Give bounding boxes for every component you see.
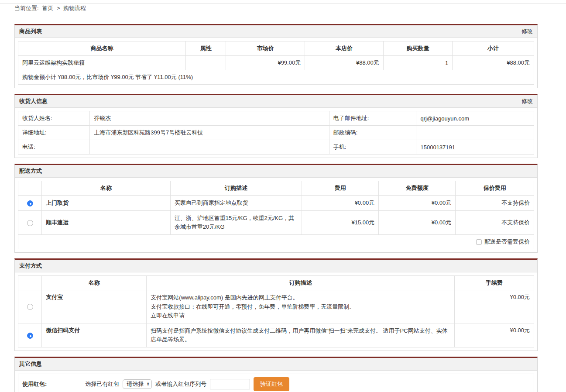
payment-option-name: 支付宝 [42, 290, 147, 323]
col-shipping-desc: 订购描述 [170, 181, 302, 196]
shipping-method-header: 配送方式 [15, 165, 537, 178]
payment-option-fee: ¥0.00元 [454, 290, 534, 323]
shipping-option-radio[interactable] [27, 220, 33, 226]
payment-apply-online-link[interactable]: 立即在线申请 [151, 311, 450, 320]
payment-option-desc: 支付宝网站(www.alipay.com) 是国内先进的网上支付平台。 支付宝收… [147, 290, 455, 323]
select-arrows-icon: ▲▼ [147, 382, 149, 386]
checkout-page: 商品列表 修改 商品名称 属性 市场价 本店价 购买数量 小计 [14, 24, 538, 392]
product-list-modify-link[interactable]: 修改 [521, 28, 533, 35]
payment-method-title: 支付方式 [19, 262, 42, 270]
payment-option-name: 微信扫码支付 [42, 323, 147, 347]
product-market-price: ¥99.00元 [226, 56, 305, 70]
page-top-divider [0, 3, 566, 4]
section-payment-method: 支付方式 名称 订购描述 手续费 支付宝 [14, 258, 538, 351]
breadcrumb: 当前位置: 首页 > 购物流程 [14, 4, 88, 12]
verify-red-packet-button[interactable]: 验证红包 [254, 377, 289, 391]
col-payment-desc: 订购描述 [147, 276, 455, 290]
product-subtotal: ¥88.00元 [453, 56, 534, 70]
shipping-option-desc: 江、浙、沪地区首重15元/KG，续重2元/KG，其余城市首重20元/KG [170, 211, 302, 235]
recipient-row: 收货人姓名: 乔锐杰 电子邮件地址: qrj@jiagouyun.com [18, 111, 534, 126]
recipient-zipcode-label: 邮政编码: [329, 126, 416, 140]
payment-option-radio[interactable] [27, 304, 33, 310]
shipping-option-insurance: 不支持保价 [456, 211, 534, 235]
shipping-insurance-row: 配送是否需要保价 [18, 235, 534, 249]
payment-option-desc: 扫码支付是指商户系统按微信支付协议生成支付二维码，用户再用微信“扫一扫”来完成支… [147, 323, 455, 347]
recipient-info-title: 收货人信息 [19, 97, 48, 105]
section-shipping-method: 配送方式 名称 订购描述 费用 免费额度 保价费用 [14, 164, 538, 253]
product-name: 阿里云运维架构实践秘籍 [18, 56, 186, 70]
recipient-table: 收货人姓名: 乔锐杰 电子邮件地址: qrj@jiagouyun.com 详细地… [18, 111, 534, 155]
recipient-email-label: 电子邮件地址: [329, 111, 416, 126]
red-packet-select[interactable]: 请选择 ▲▼ [123, 379, 152, 389]
payment-option-row: 支付宝 支付宝网站(www.alipay.com) 是国内先进的网上支付平台。 … [18, 290, 534, 323]
shipping-option-free-quota: ¥0.00元 [379, 211, 456, 235]
shipping-method-title: 配送方式 [19, 167, 42, 175]
section-product-list: 商品列表 修改 商品名称 属性 市场价 本店价 购买数量 小计 [14, 24, 538, 88]
shipping-option-insurance: 不支持保价 [456, 196, 534, 211]
recipient-phone-value [90, 140, 329, 155]
recipient-name-value: 乔锐杰 [90, 111, 329, 126]
shipping-option-name: 顺丰速运 [42, 211, 170, 235]
red-packet-label: 使用红包: [18, 374, 81, 392]
shipping-insurance-label: 配送是否需要保价 [484, 238, 530, 246]
other-info-title: 其它信息 [19, 360, 42, 368]
shipping-table: 名称 订购描述 费用 免费额度 保价费用 上门取货 买家自己到商家指定地点取货 … [18, 181, 534, 249]
recipient-phone-label: 电话: [18, 140, 90, 155]
col-market-price: 市场价 [226, 41, 305, 56]
shipping-option-free-quota: ¥0.00元 [379, 196, 456, 211]
col-payment-radio [18, 276, 42, 290]
other-info-table: 使用红包: 选择已有红包 请选择 ▲▼ 或者输入红包序列号 验证红包 [18, 374, 534, 392]
payment-desc-line: 支付宝网站(www.alipay.com) 是国内先进的网上支付平台。 [151, 293, 450, 302]
recipient-info-header: 收货人信息 修改 [15, 95, 537, 108]
payment-table-header-row: 名称 订购描述 手续费 [18, 276, 534, 290]
section-recipient-info: 收货人信息 修改 收货人姓名: 乔锐杰 电子邮件地址: qrj@jiagouyu… [14, 94, 538, 158]
product-shop-price: ¥88.00元 [305, 56, 384, 70]
shipping-option-fee: ¥0.00元 [302, 196, 379, 211]
breadcrumb-home-link[interactable]: 首页 [42, 5, 53, 11]
product-table: 商品名称 属性 市场价 本店价 购买数量 小计 阿里云运维架构实践秘籍 ¥99.… [18, 41, 534, 85]
shipping-option-desc: 买家自己到商家指定地点取货 [170, 196, 302, 211]
col-attribute: 属性 [186, 41, 226, 56]
shipping-option-name: 上门取货 [42, 196, 170, 211]
shipping-option-radio[interactable] [27, 200, 33, 206]
section-other-info: 其它信息 使用红包: 选择已有红包 请选择 ▲▼ [14, 357, 538, 392]
payment-table: 名称 订购描述 手续费 支付宝 支付宝网站(www.alipay.com) 是国… [18, 275, 534, 347]
recipient-name-label: 收货人姓名: [18, 111, 90, 126]
col-shipping-insurance: 保价费用 [456, 181, 534, 196]
col-product-name: 商品名称 [18, 41, 186, 56]
col-quantity: 购买数量 [383, 41, 452, 56]
page-left-divider [8, 3, 8, 389]
product-summary-text: 购物金额小计 ¥88.00元，比市场价 ¥99.00元 节省了 ¥11.00元 … [18, 70, 534, 85]
recipient-row: 详细地址: 上海市浦东新区科苑路399号7号楼驻云科技 邮政编码: [18, 126, 534, 140]
payment-method-header: 支付方式 [15, 260, 537, 272]
red-packet-serial-input[interactable] [210, 379, 250, 389]
product-row: 阿里云运维架构实践秘籍 ¥99.00元 ¥88.00元 1 ¥88.00元 [18, 56, 534, 70]
red-packet-choose-text: 选择已有红包 [85, 380, 119, 388]
product-list-header: 商品列表 修改 [15, 25, 537, 38]
red-packet-row: 使用红包: 选择已有红包 请选择 ▲▼ 或者输入红包序列号 验证红包 [18, 374, 534, 392]
breadcrumb-prefix: 当前位置: [14, 5, 39, 11]
shipping-table-header-row: 名称 订购描述 费用 免费额度 保价费用 [18, 181, 534, 196]
shipping-option-row: 上门取货 买家自己到商家指定地点取货 ¥0.00元 ¥0.00元 不支持保价 [18, 196, 534, 211]
col-subtotal: 小计 [453, 41, 534, 56]
breadcrumb-current: 购物流程 [63, 5, 86, 11]
payment-option-row: 微信扫码支付 扫码支付是指商户系统按微信支付协议生成支付二维码，用户再用微信“扫… [18, 323, 534, 347]
shipping-option-fee: ¥15.00元 [302, 211, 379, 235]
payment-option-radio[interactable] [27, 333, 33, 339]
recipient-zipcode-value [416, 126, 534, 140]
recipient-address-label: 详细地址: [18, 126, 90, 140]
recipient-address-value: 上海市浦东新区科苑路399号7号楼驻云科技 [90, 126, 329, 140]
col-shipping-radio [18, 181, 42, 196]
red-packet-select-value: 请选择 [127, 380, 144, 388]
recipient-info-modify-link[interactable]: 修改 [521, 97, 533, 105]
recipient-mobile-value: 15000137191 [416, 140, 534, 155]
col-shop-price: 本店价 [305, 41, 384, 56]
product-list-title: 商品列表 [19, 28, 42, 35]
col-shipping-free-quota: 免费额度 [379, 181, 456, 196]
shipping-insurance-checkbox[interactable] [476, 239, 482, 245]
col-shipping-name: 名称 [42, 181, 170, 196]
shipping-option-row: 顺丰速运 江、浙、沪地区首重15元/KG，续重2元/KG，其余城市首重20元/K… [18, 211, 534, 235]
product-table-header-row: 商品名称 属性 市场价 本店价 购买数量 小计 [18, 41, 534, 56]
red-packet-or-text: 或者输入红包序列号 [155, 380, 206, 388]
product-quantity: 1 [383, 56, 452, 70]
